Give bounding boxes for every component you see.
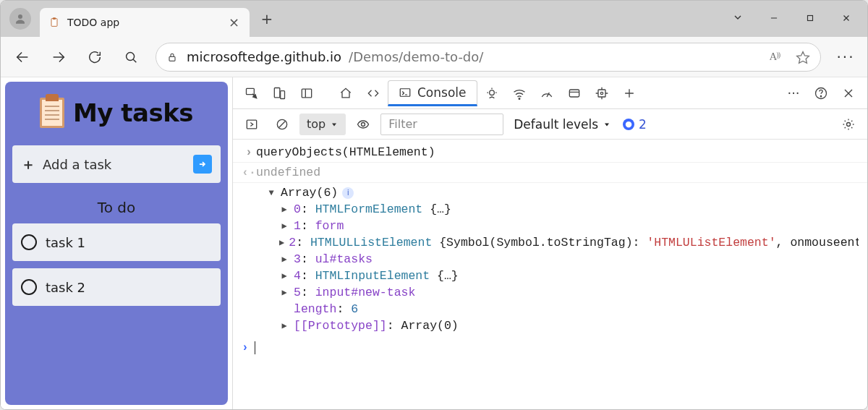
app-title: My tasks: [73, 98, 193, 127]
svg-marker-47: [605, 123, 609, 126]
section-heading: To do: [12, 199, 221, 216]
svg-rect-1: [51, 19, 57, 27]
clipboard-icon: [40, 98, 64, 128]
search-button[interactable]: [119, 46, 142, 69]
devtools-menu-icon[interactable]: ···: [780, 80, 807, 106]
console-toolbar: top Filter Default levels ● 2: [233, 109, 867, 140]
info-icon[interactable]: i: [342, 187, 354, 199]
console-settings-icon[interactable]: [835, 111, 861, 137]
filter-placeholder: Filter: [388, 117, 417, 131]
url-host: microsoftedge.github.io: [187, 49, 341, 64]
svg-rect-14: [247, 88, 255, 94]
disclosure-triangle-icon[interactable]: [279, 237, 284, 248]
checkbox-icon[interactable]: [21, 234, 37, 250]
svg-point-9: [127, 52, 135, 60]
console-tab-label: Console: [417, 85, 467, 100]
lock-icon: [166, 51, 179, 63]
task-item[interactable]: task 1: [12, 223, 221, 261]
favorite-icon[interactable]: [796, 50, 810, 64]
disclosure-triangle-icon[interactable]: [279, 287, 289, 298]
memory-tab-icon[interactable]: [589, 80, 615, 106]
submit-arrow-icon[interactable]: [193, 155, 212, 174]
inspect-element-icon[interactable]: [239, 80, 265, 106]
page-content: My tasks ＋ Add a task To do task 1 task …: [1, 77, 232, 409]
dock-side-icon[interactable]: [294, 80, 320, 106]
array-header: Array(6): [281, 186, 338, 200]
tab-close-icon[interactable]: ×: [229, 16, 239, 29]
url-path: /Demos/demo-to-do/: [349, 49, 483, 64]
task-label: task 2: [46, 280, 85, 295]
svg-marker-12: [797, 51, 809, 63]
address-bar[interactable]: microsoftedge.github.io/Demos/demo-to-do…: [156, 43, 821, 72]
elements-tab-icon[interactable]: [360, 80, 386, 106]
devtools-panel: Console ···: [232, 77, 867, 409]
svg-rect-15: [274, 87, 280, 97]
sources-tab-icon[interactable]: [479, 80, 505, 106]
window-close-button[interactable]: [830, 12, 863, 26]
svg-point-21: [489, 90, 494, 95]
svg-point-26: [519, 98, 520, 99]
issues-count: 2: [639, 117, 647, 132]
disclosure-triangle-icon[interactable]: [279, 204, 289, 215]
log-levels-label: Default levels: [514, 117, 598, 132]
plus-icon: ＋: [21, 155, 35, 174]
browser-toolbar: microsoftedge.github.io/Demos/demo-to-do…: [1, 37, 867, 77]
add-task-input[interactable]: ＋ Add a task: [12, 145, 221, 183]
chevron-down-icon[interactable]: [721, 12, 754, 26]
application-tab-icon[interactable]: [561, 80, 587, 106]
filter-input[interactable]: Filter: [380, 114, 503, 135]
minimize-button[interactable]: [757, 12, 791, 26]
svg-line-44: [279, 121, 285, 127]
disclosure-triangle-icon[interactable]: [279, 270, 289, 281]
disclosure-triangle-icon[interactable]: [266, 188, 276, 198]
svg-rect-11: [169, 56, 175, 61]
disclosure-triangle-icon[interactable]: [279, 221, 289, 231]
svg-marker-45: [332, 123, 336, 126]
help-icon[interactable]: [808, 80, 834, 106]
refresh-button[interactable]: [83, 46, 106, 69]
live-expression-icon[interactable]: [350, 111, 376, 137]
prompt-chevron-icon: ›: [242, 341, 249, 354]
console-return-value: undefined: [256, 166, 320, 179]
svg-point-0: [18, 14, 22, 19]
disclosure-triangle-icon[interactable]: [279, 254, 289, 265]
clipboard-icon: [48, 17, 60, 28]
browser-menu-button[interactable]: ···: [834, 48, 857, 66]
back-button[interactable]: [11, 46, 34, 69]
console-object-tree[interactable]: Array(6) i 0: HTMLFormElement {…} 1: for…: [233, 183, 867, 336]
read-aloud-icon[interactable]: A)): [769, 51, 780, 63]
network-tab-icon[interactable]: [506, 80, 532, 106]
issue-dot-icon: ●: [623, 119, 634, 130]
disclosure-triangle-icon[interactable]: [279, 320, 289, 331]
svg-point-39: [820, 95, 821, 96]
welcome-tab-icon[interactable]: [333, 80, 359, 106]
maximize-button[interactable]: [793, 12, 827, 26]
svg-point-46: [362, 122, 365, 126]
profile-avatar[interactable]: [9, 8, 31, 30]
forward-button[interactable]: [47, 46, 70, 69]
svg-rect-16: [281, 90, 285, 98]
console-tab[interactable]: Console: [388, 80, 477, 106]
log-levels-selector[interactable]: Default levels: [514, 117, 611, 132]
more-tabs-icon[interactable]: [616, 80, 642, 106]
output-chevron-icon: ‹·: [242, 166, 256, 179]
svg-point-31: [600, 92, 603, 94]
issues-badge[interactable]: ● 2: [623, 117, 647, 132]
console-prompt[interactable]: ›: [233, 336, 867, 360]
new-tab-button[interactable]: +: [252, 10, 281, 27]
task-item[interactable]: task 2: [12, 268, 221, 306]
context-label: top: [307, 117, 326, 131]
devtools-close-icon[interactable]: [835, 80, 861, 106]
console-output: › queryObjects(HTMLElement) ‹· undefined…: [233, 140, 867, 409]
browser-tab[interactable]: TODO app ×: [40, 8, 250, 37]
device-toggle-icon[interactable]: [266, 80, 292, 106]
performance-tab-icon[interactable]: [534, 80, 560, 106]
checkbox-icon[interactable]: [21, 279, 37, 295]
devtools-tabstrip: Console ···: [233, 77, 867, 109]
titlebar: TODO app × +: [1, 1, 867, 37]
tab-title: TODO app: [67, 17, 119, 28]
svg-point-48: [847, 122, 851, 126]
toggle-sidebar-icon[interactable]: [239, 111, 265, 137]
clear-console-icon[interactable]: [269, 111, 295, 137]
context-selector[interactable]: top: [299, 114, 346, 135]
